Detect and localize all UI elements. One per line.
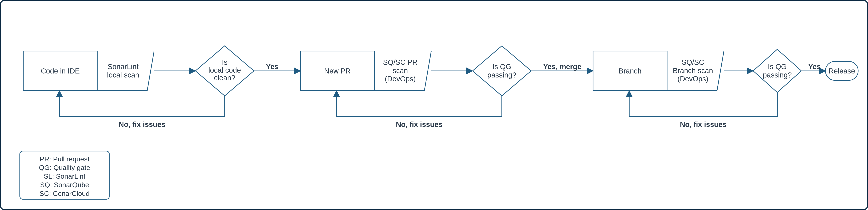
edge-qg1-no [337, 91, 502, 117]
legend-qg: QG: Quality gate [39, 164, 90, 172]
flowchart-svg: Code in IDE SonarLint local scan Is loca… [1, 1, 867, 209]
legend-pr: PR: Pull request [40, 155, 89, 163]
sqsc-pr-scan-label-l2: scan [393, 67, 408, 75]
legend-sq: SQ: SonarQube [40, 181, 89, 189]
sqsc-branch-scan-label-l1: SQ/SC [682, 58, 704, 67]
node-sqsc-branch-scan: SQ/SC Branch scan (DevOps) [667, 51, 724, 91]
sqsc-branch-scan-label-l2: Branch scan [673, 67, 713, 75]
node-branch: Branch [593, 51, 667, 91]
edge-qg2-yes-label: Yes [808, 62, 821, 71]
legend-sl: SL: SonarLint [44, 173, 85, 180]
sonarlint-scan-label-l2: local scan [107, 71, 139, 79]
legend-sc: SC: ConarCloud [39, 190, 90, 197]
edge-qg2-no-label: No, fix issues [680, 120, 726, 129]
node-is-local-clean: Is local code clean? [195, 46, 254, 96]
is-qg2-label-l1: Is QG [768, 62, 787, 71]
is-qg1-label-l1: Is QG [492, 62, 512, 71]
code-in-ide-label: Code in IDE [41, 67, 80, 75]
node-sqsc-pr-scan: SQ/SC PR scan (DevOps) [374, 51, 431, 91]
is-local-clean-label-l2: local code [208, 66, 241, 74]
is-qg2-label-l2: passing? [763, 71, 792, 79]
sqsc-pr-scan-label-l1: SQ/SC PR [383, 58, 417, 67]
node-code-in-ide: Code in IDE [23, 51, 97, 91]
node-is-qg2: Is QG passing? [753, 49, 801, 93]
node-new-pr: New PR [301, 51, 375, 91]
edge-clean-yes-label: Yes [266, 62, 279, 71]
edge-clean-no [59, 91, 225, 117]
edge-qg1-no-label: No, fix issues [396, 120, 442, 129]
is-local-clean-label-l1: Is [222, 58, 227, 67]
is-qg1-label-l2: passing? [487, 71, 516, 79]
legend-box: PR: Pull request QG: Quality gate SL: So… [20, 151, 110, 199]
edge-clean-no-label: No, fix issues [119, 120, 165, 129]
branch-label: Branch [619, 67, 642, 75]
new-pr-label: New PR [324, 67, 351, 75]
sonarlint-scan-label-l1: SonarLint [107, 62, 138, 71]
edge-qg2-no [629, 91, 777, 117]
edge-qg1-yes-label: Yes, merge [543, 62, 582, 71]
sqsc-pr-scan-label-l3: (DevOps) [385, 75, 416, 83]
is-local-clean-label-l3: clean? [214, 74, 236, 82]
release-label: Release [829, 67, 855, 75]
sqsc-branch-scan-label-l3: (DevOps) [677, 75, 708, 83]
diagram-canvas: Code in IDE SonarLint local scan Is loca… [0, 0, 868, 210]
node-sonarlint-scan: SonarLint local scan [97, 51, 154, 91]
node-is-qg1: Is QG passing? [473, 46, 531, 96]
node-release: Release [826, 61, 858, 80]
